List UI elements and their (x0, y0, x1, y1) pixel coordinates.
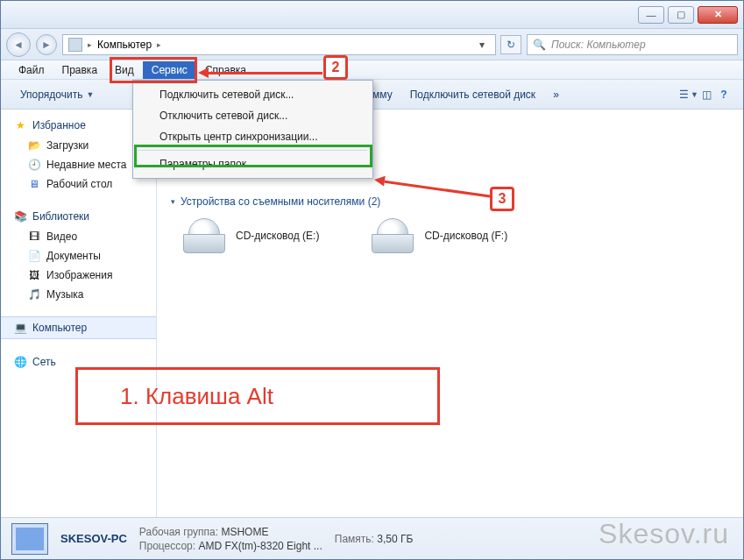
desktop-icon: 🖥 (27, 177, 41, 191)
dd-map-drive[interactable]: Подключить сетевой диск... (135, 84, 371, 105)
nav-music[interactable]: 🎵 Музыка (1, 285, 156, 304)
details-pc-name: SKESOV-PC (60, 532, 127, 545)
menu-help[interactable]: Справка (196, 61, 255, 79)
nav-documents[interactable]: 📄 Документы (1, 246, 156, 266)
libraries-icon: 📚 (13, 209, 27, 223)
forward-button[interactable]: ► (36, 34, 57, 55)
search-icon: 🔍 (533, 39, 546, 51)
drive-e[interactable]: CD-дисковод (E:) (183, 218, 319, 253)
breadcrumb-sep-icon: ▸ (88, 40, 92, 49)
menu-view[interactable]: Вид (106, 61, 143, 79)
details-cpu: AMD FX(tm)-8320 Eight ... (198, 540, 322, 552)
pictures-icon: 🖼 (27, 268, 41, 282)
network-icon: 🌐 (13, 355, 27, 369)
minimize-button[interactable]: — (638, 6, 664, 24)
map-drive-button[interactable]: Подключить сетевой диск (401, 85, 544, 104)
help-button[interactable]: ? (715, 86, 733, 103)
collapse-icon[interactable]: ▾ (171, 197, 175, 206)
nav-videos[interactable]: 🎞 Видео (1, 227, 156, 246)
window-buttons: — ▢ ✕ (638, 6, 738, 24)
maximize-button[interactable]: ▢ (668, 6, 694, 24)
documents-icon: 📄 (27, 249, 41, 263)
dd-sync-center[interactable]: Открыть центр синхронизации... (135, 126, 371, 147)
navbar: ◄ ► ▸ Компьютер ▸ ▾ ↻ 🔍 Поиск: Компьютер (1, 29, 743, 60)
breadcrumb-location[interactable]: Компьютер (97, 39, 152, 51)
menu-edit[interactable]: Правка (53, 61, 107, 79)
menu-tools[interactable]: Сервис (143, 61, 196, 79)
nav-pictures[interactable]: 🖼 Изображения (1, 266, 156, 285)
computer-icon: 💻 (13, 321, 27, 335)
nav-network[interactable]: 🌐 Сеть (1, 351, 156, 372)
computer-large-icon (11, 523, 48, 555)
breadcrumb-dropdown-icon[interactable]: ▾ (474, 35, 490, 54)
back-button[interactable]: ◄ (6, 32, 31, 57)
titlebar: — ▢ ✕ (1, 1, 743, 29)
music-icon: 🎵 (27, 287, 41, 301)
recent-icon: 🕘 (27, 158, 41, 172)
organize-button[interactable]: Упорядочить▼ (11, 85, 103, 104)
breadcrumb[interactable]: ▸ Компьютер ▸ ▾ (62, 34, 496, 55)
refresh-button[interactable]: ↻ (500, 35, 521, 54)
dd-folder-options[interactable]: Параметры папок... (135, 153, 371, 174)
cd-drive-icon (183, 218, 225, 253)
dropdown-separator (138, 150, 367, 151)
dd-unmap-drive[interactable]: Отключить сетевой диск... (135, 105, 371, 126)
details-workgroup: MSHOME (221, 526, 268, 538)
search-input[interactable]: 🔍 Поиск: Компьютер (527, 34, 738, 55)
explorer-window: — ▢ ✕ ◄ ► ▸ Компьютер ▸ ▾ ↻ 🔍 Поиск: Ком… (0, 0, 744, 560)
watermark: Skesov.ru (599, 518, 729, 550)
videos-icon: 🎞 (27, 230, 41, 244)
removable-section-header[interactable]: ▾ Устройства со съемными носителями (2) (157, 188, 743, 213)
folder-icon: 📂 (27, 138, 41, 152)
menu-file[interactable]: Файл (10, 61, 53, 79)
view-mode-button[interactable]: ☰▼ (680, 86, 698, 103)
star-icon: ★ (13, 118, 27, 132)
search-placeholder: Поиск: Компьютер (551, 39, 646, 51)
drive-f[interactable]: CD-дисковод (F:) (372, 218, 507, 253)
close-button[interactable]: ✕ (698, 6, 738, 24)
computer-icon (68, 38, 82, 52)
details-memory: 3,50 ГБ (377, 533, 413, 545)
menubar: Файл Правка Вид Сервис Справка (1, 60, 743, 80)
preview-pane-button[interactable]: ◫ (698, 86, 715, 103)
cd-drive-icon (372, 218, 414, 253)
breadcrumb-sep-icon: ▸ (157, 40, 161, 49)
libraries-group[interactable]: 📚 Библиотеки (1, 206, 156, 227)
nav-computer[interactable]: 💻 Компьютер (1, 316, 156, 339)
tools-dropdown: Подключить сетевой диск... Отключить сет… (132, 80, 373, 179)
toolbar-overflow[interactable]: » (544, 85, 568, 104)
